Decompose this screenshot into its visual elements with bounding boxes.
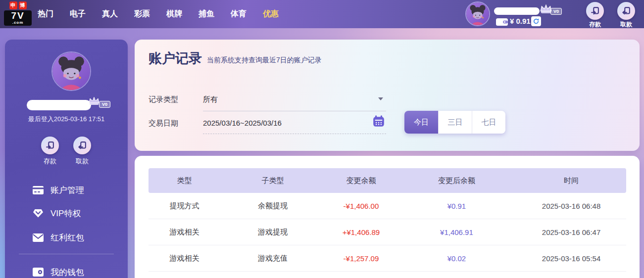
cell-type: 游戏相关 xyxy=(149,228,220,237)
brand-badge-left: 申 xyxy=(9,1,17,9)
sidebar-item-label: 我的钱包 xyxy=(50,267,84,278)
deposit-icon xyxy=(45,140,55,151)
cell-change-amount: -¥1,406.00 xyxy=(325,202,397,210)
last-login-text: 最后登入2025-03-16 17:51 xyxy=(5,115,128,124)
transaction-date-label: 交易日期 xyxy=(149,119,178,128)
withdraw-label-sidebar[interactable]: 取款 xyxy=(73,157,91,166)
page-title: 账户记录 xyxy=(149,49,202,67)
refresh-icon xyxy=(533,18,540,25)
sidebar-item-my-wallet[interactable]: 我的钱包 xyxy=(5,264,128,278)
brand-logo[interactable]: 申 博 7V .com xyxy=(4,1,32,26)
record-type-label: 记录类型 xyxy=(149,95,178,104)
sidebar-item-account-management[interactable]: 账户管理 xyxy=(5,182,128,198)
brand-wordmark: 7V .com xyxy=(4,10,32,26)
col-header-subtype: 子类型 xyxy=(220,176,325,185)
nav-item-sports[interactable]: 体育 xyxy=(231,9,247,19)
cell-subtype: 游戏提现 xyxy=(220,228,325,237)
sidebar-item-vip-privileges[interactable]: VIP特权 xyxy=(5,205,128,221)
deposit-button-sidebar[interactable] xyxy=(41,137,59,154)
red-packet-icon xyxy=(33,233,44,242)
deposit-button-top[interactable] xyxy=(586,2,604,20)
cell-change-amount: +¥1,406.89 xyxy=(325,228,397,236)
sidebar-item-label: 红利红包 xyxy=(50,232,84,243)
range-button-7days[interactable]: 七日 xyxy=(472,111,505,134)
nav-item-hot[interactable]: 热门 xyxy=(38,9,53,19)
wallet-balance-icon xyxy=(496,18,508,26)
nav-item-promos[interactable]: 优惠 xyxy=(263,9,279,19)
col-header-time: 时间 xyxy=(516,176,626,185)
deposit-label-sidebar[interactable]: 存款 xyxy=(41,157,59,166)
table-row: 提现方式 余额提现 -¥1,406.00 ¥0.91 2025-03-16 06… xyxy=(149,193,626,219)
deposit-label-top[interactable]: 存款 xyxy=(585,20,605,29)
vip-gem-icon xyxy=(33,209,44,218)
record-type-underline xyxy=(203,111,386,111)
sidebar-item-label: VIP特权 xyxy=(50,208,81,219)
username-redacted xyxy=(27,100,91,110)
sidebar-divider xyxy=(19,254,114,254)
chevron-down-icon[interactable] xyxy=(378,97,383,100)
nav-item-lottery[interactable]: 彩票 xyxy=(134,9,150,19)
withdraw-button-sidebar[interactable] xyxy=(73,137,91,154)
page-subtitle: 当前系统支持查询最近7日的账户记录 xyxy=(207,56,322,67)
cell-after-balance: ¥0.02 xyxy=(397,254,516,263)
records-table-panel: 类型 子类型 变更余额 变更后余额 时间 提现方式 余额提现 -¥1,406.0… xyxy=(135,156,640,278)
cell-type: 提现方式 xyxy=(149,201,220,211)
vip-level-badge: V0 xyxy=(550,8,562,15)
refresh-balance-button[interactable] xyxy=(531,16,541,26)
withdraw-icon xyxy=(77,140,88,151)
balance-amount: ¥ 0.91 xyxy=(510,17,531,25)
col-header-change: 变更余额 xyxy=(325,176,397,185)
table-header-row: 类型 子类型 变更余额 变更后余额 时间 xyxy=(149,168,626,193)
wallet-icon xyxy=(33,268,44,277)
cell-after-balance: ¥1,406.91 xyxy=(397,228,516,236)
cell-time: 2025-03-16 06:47 xyxy=(516,228,626,236)
username-redacted xyxy=(494,7,540,15)
sidebar-item-bonus-redpacket[interactable]: 红利红包 xyxy=(5,230,128,245)
date-underline xyxy=(203,134,386,134)
withdraw-label-top[interactable]: 取款 xyxy=(616,20,636,29)
user-sidebar: V0 最后登入2025-03-16 17:51 存款 取款 账户管理 VIP特权 xyxy=(5,40,128,278)
sidebar-item-label: 账户管理 xyxy=(50,185,84,196)
cell-subtype: 游戏充值 xyxy=(220,254,325,263)
record-type-select[interactable]: 所有 xyxy=(203,95,218,104)
col-header-after-balance: 变更后余额 xyxy=(397,176,516,185)
range-button-today[interactable]: 今日 xyxy=(404,111,438,134)
avatar-girl-illustration xyxy=(466,2,489,25)
col-header-type: 类型 xyxy=(149,176,220,185)
calendar-icon[interactable] xyxy=(372,115,385,128)
date-range-button-group: 今日 三日 七日 xyxy=(404,111,505,134)
sidebar-avatar xyxy=(51,51,91,91)
nav-item-live[interactable]: 真人 xyxy=(102,9,118,19)
deposit-icon xyxy=(590,5,600,16)
nav-item-cards[interactable]: 棋牌 xyxy=(166,9,182,19)
cell-subtype: 余额提现 xyxy=(220,201,325,211)
cell-time: 2025-03-16 05:54 xyxy=(516,254,626,263)
cell-change-amount: -¥1,257.09 xyxy=(325,254,397,263)
table-row: 游戏相关 游戏充值 -¥1,257.09 ¥0.02 2025-03-16 05… xyxy=(149,245,626,272)
nav-item-slots[interactable]: 电子 xyxy=(70,9,86,19)
cell-after-balance: ¥0.91 xyxy=(397,202,516,210)
account-records-filter-panel: 账户记录 当前系统支持查询最近7日的账户记录 记录类型 所有 交易日期 2025… xyxy=(135,40,640,151)
avatar-girl-illustration xyxy=(52,52,90,90)
main-nav: 热门 电子 真人 彩票 棋牌 捕鱼 体育 优惠 xyxy=(38,0,279,28)
withdraw-icon xyxy=(621,5,632,16)
bank-card-icon xyxy=(33,186,44,194)
table-row: 游戏相关 游戏提现 +¥1,406.89 ¥1,406.91 2025-03-1… xyxy=(149,219,626,245)
brand-badge-right: 博 xyxy=(19,1,27,9)
cell-type: 游戏相关 xyxy=(149,254,220,263)
cell-time: 2025-03-16 06:48 xyxy=(516,202,626,210)
top-navbar: 申 博 7V .com 热门 电子 真人 彩票 棋牌 捕鱼 体育 优惠 xyxy=(0,0,644,28)
withdraw-button-top[interactable] xyxy=(617,2,635,20)
page-title-row: 账户记录 当前系统支持查询最近7日的账户记录 xyxy=(149,49,322,67)
range-button-3days[interactable]: 三日 xyxy=(438,111,472,134)
nav-item-fishing[interactable]: 捕鱼 xyxy=(198,9,214,19)
date-range-field[interactable]: 2025/03/16~2025/03/16 xyxy=(203,119,282,127)
vip-crown-icon xyxy=(88,96,100,105)
vip-level-badge: V0 xyxy=(99,101,110,108)
avatar[interactable] xyxy=(465,1,490,26)
